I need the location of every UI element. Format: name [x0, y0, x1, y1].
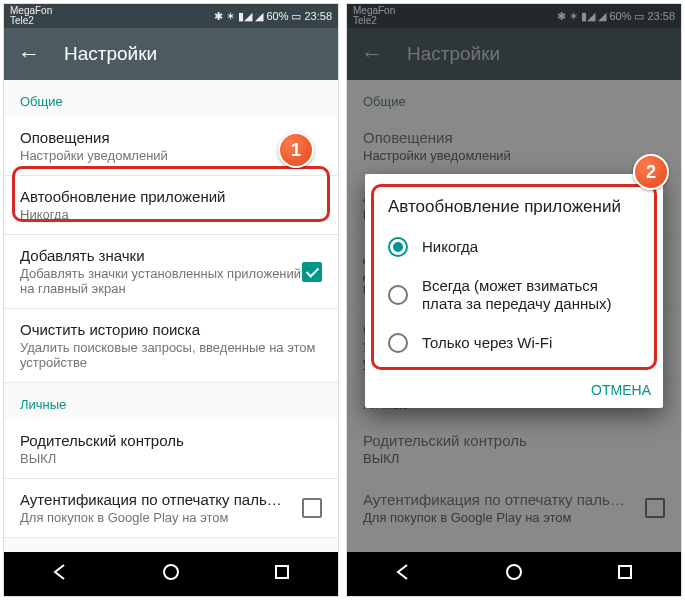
back-icon[interactable]: ← — [361, 41, 383, 67]
nav-home-icon[interactable] — [161, 562, 181, 586]
battery-text: 60% — [266, 10, 288, 22]
row-clear-search[interactable]: Очистить историю поиска Удалить поисковы… — [4, 309, 338, 383]
row-sub: Удалить поисковые запросы, введенные на … — [20, 340, 322, 370]
status-bar: MegaFon Tele2 ✱ ✶ ▮◢ ◢ 60% ▭ 23:58 — [4, 4, 338, 28]
row-title: Оповещения — [20, 129, 322, 146]
radio-icon[interactable] — [388, 285, 408, 305]
radio-label: Никогда — [422, 238, 478, 256]
signal-icon: ▮◢ — [581, 10, 595, 23]
callout-2: 2 — [633, 154, 669, 190]
back-icon[interactable]: ← — [18, 41, 40, 67]
svg-point-2 — [507, 565, 521, 579]
nav-home-icon[interactable] — [504, 562, 524, 586]
radio-label: Только через Wi-Fi — [422, 334, 552, 352]
checkbox-add-icons[interactable] — [302, 262, 322, 282]
section-general: Общие — [347, 80, 681, 117]
battery-icon: ▭ — [291, 10, 301, 23]
clock: 23:58 — [304, 10, 332, 22]
svg-rect-1 — [276, 566, 288, 578]
android-navbar — [347, 552, 681, 596]
row-add-icons[interactable]: Добавлять значки Добавлять значки устано… — [4, 235, 338, 309]
carrier-2: Tele2 — [10, 16, 214, 26]
autoupdate-dialog: Автообновление приложений Никогда Всегда… — [365, 174, 663, 408]
row-fingerprint[interactable]: Аутентификация по отпечатку паль… Для по… — [4, 479, 338, 538]
nav-back-icon[interactable] — [50, 562, 70, 586]
carrier-1: MegaFon — [10, 6, 214, 16]
row-sub: ВЫКЛ — [20, 451, 322, 466]
vibrate-icon: ✶ — [226, 10, 235, 23]
checkbox-fingerprint — [645, 498, 665, 518]
section-personal: Личные — [4, 383, 338, 420]
row-title: Аутентификация по отпечатку паль… — [20, 491, 302, 508]
app-bar: ← Настройки — [347, 28, 681, 80]
signal-icon-2: ◢ — [598, 10, 606, 23]
radio-icon[interactable] — [388, 237, 408, 257]
carrier-1: MegaFon — [353, 6, 557, 16]
page-title: Настройки — [407, 43, 500, 65]
row-fingerprint: Аутентификация по отпечатку паль… Для по… — [347, 479, 681, 538]
bluetooth-icon: ✱ — [557, 10, 566, 23]
row-title: Автообновление приложений — [20, 188, 322, 205]
checkbox-fingerprint[interactable] — [302, 498, 322, 518]
callout-1: 1 — [278, 132, 314, 168]
phone-left: MegaFon Tele2 ✱ ✶ ▮◢ ◢ 60% ▭ 23:58 ← Нас… — [3, 3, 339, 597]
row-autoupdate[interactable]: Автообновление приложений Никогда — [4, 176, 338, 235]
dialog-title: Автообновление приложений — [382, 197, 646, 227]
phone-right: MegaFon Tele2 ✱ ✶ ▮◢ ◢ 60% ▭ 23:58 ← Нас… — [346, 3, 682, 597]
svg-rect-3 — [619, 566, 631, 578]
android-navbar — [4, 552, 338, 596]
signal-icon-2: ◢ — [255, 10, 263, 23]
section-general: Общие — [4, 80, 338, 117]
svg-point-0 — [164, 565, 178, 579]
nav-recents-icon[interactable] — [272, 562, 292, 586]
signal-icon: ▮◢ — [238, 10, 252, 23]
radio-option-never[interactable]: Никогда — [382, 227, 646, 267]
cancel-button[interactable]: ОТМЕНА — [591, 382, 651, 398]
row-sub: Для покупок в Google Play на этом — [20, 510, 302, 525]
status-bar: MegaFon Tele2 ✱ ✶ ▮◢ ◢ 60% ▭ 23:58 — [347, 4, 681, 28]
row-title: Родительский контроль — [20, 432, 322, 449]
radio-label: Всегда (может взиматься плата за передач… — [422, 277, 640, 313]
page-title: Настройки — [64, 43, 157, 65]
radio-option-always[interactable]: Всегда (может взиматься плата за передач… — [382, 267, 646, 323]
row-parental[interactable]: Родительский контроль ВЫКЛ — [4, 420, 338, 479]
row-sub: Настройки уведомлений — [20, 148, 322, 163]
vibrate-icon: ✶ — [569, 10, 578, 23]
clock: 23:58 — [647, 10, 675, 22]
battery-icon: ▭ — [634, 10, 644, 23]
row-sub: Никогда — [20, 207, 322, 222]
row-title: Очистить историю поиска — [20, 321, 322, 338]
row-title: Добавлять значки — [20, 247, 302, 264]
row-parental: Родительский контроль ВЫКЛ — [347, 420, 681, 479]
nav-recents-icon[interactable] — [615, 562, 635, 586]
row-sub: Добавлять значки установленных приложени… — [20, 266, 302, 296]
bluetooth-icon: ✱ — [214, 10, 223, 23]
app-bar: ← Настройки — [4, 28, 338, 80]
nav-back-icon[interactable] — [393, 562, 413, 586]
radio-icon[interactable] — [388, 333, 408, 353]
radio-option-wifi[interactable]: Только через Wi-Fi — [382, 323, 646, 363]
battery-text: 60% — [609, 10, 631, 22]
row-notifications: Оповещения Настройки уведомлений — [347, 117, 681, 176]
carrier-2: Tele2 — [353, 16, 557, 26]
dialog-highlight: Автообновление приложений Никогда Всегда… — [371, 184, 657, 370]
